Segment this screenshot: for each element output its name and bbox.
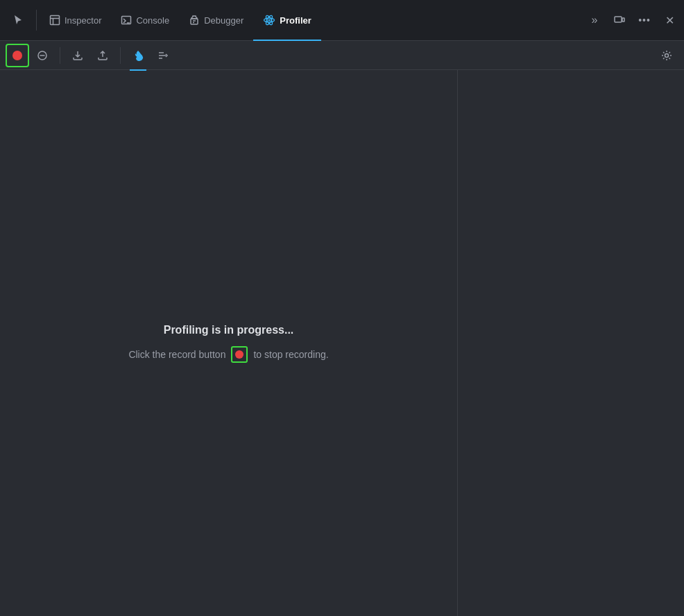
tab-debugger[interactable]: Debugger	[179, 0, 253, 41]
responsive-design-button[interactable]	[608, 8, 631, 32]
tab-profiler[interactable]: Profiler	[253, 0, 321, 41]
more-tabs-button[interactable]: »	[583, 8, 606, 32]
profiler-content-panel: Profiling is in progress... Click the re…	[0, 70, 458, 616]
cursor-tool[interactable]	[3, 15, 33, 26]
tab-inspector[interactable]: Inspector	[40, 0, 111, 41]
svg-rect-0	[51, 16, 60, 25]
right-panel	[458, 70, 684, 616]
export-button[interactable]	[91, 44, 114, 67]
import-button[interactable]	[66, 44, 89, 67]
tab-divider-1	[36, 10, 37, 31]
svg-rect-7	[615, 17, 622, 22]
tab-inspector-label: Inspector	[65, 15, 101, 26]
inline-record-button-icon	[231, 346, 248, 363]
tab-bar-actions: » ••• ✕	[583, 8, 681, 32]
debugger-icon	[189, 15, 200, 26]
main-area: Profiling is in progress... Click the re…	[0, 70, 684, 616]
profiling-subtitle-before: Click the record button	[128, 349, 225, 360]
tab-debugger-label: Debugger	[204, 15, 243, 26]
more-options-button[interactable]: •••	[633, 8, 656, 32]
record-button[interactable]	[6, 44, 29, 67]
ranked-view-button[interactable]	[151, 44, 175, 67]
profiling-message: Profiling is in progress... Click the re…	[114, 310, 342, 377]
toolbar-divider-1	[60, 47, 60, 64]
profiler-settings-button[interactable]	[655, 44, 678, 67]
close-devtools-button[interactable]: ✕	[658, 8, 681, 32]
profiling-subtitle-after: to stop recording.	[253, 349, 328, 360]
record-dot-icon	[12, 51, 22, 60]
tab-console-label: Console	[136, 15, 169, 26]
profiler-react-icon	[263, 14, 275, 26]
tab-profiler-label: Profiler	[280, 15, 311, 26]
clear-button[interactable]	[31, 44, 54, 67]
svg-point-10	[665, 53, 669, 57]
svg-rect-2	[191, 19, 198, 24]
tab-console[interactable]: Console	[111, 0, 179, 41]
svg-rect-8	[622, 18, 624, 22]
console-icon	[121, 15, 132, 26]
inspector-icon	[49, 15, 60, 26]
profiler-toolbar	[0, 41, 684, 70]
inline-record-dot	[235, 350, 243, 359]
toolbar-divider-2	[120, 47, 121, 64]
profiling-subtitle: Click the record button to stop recordin…	[128, 346, 328, 363]
profiling-title: Profiling is in progress...	[128, 324, 328, 336]
svg-point-3	[268, 19, 271, 22]
flamegraph-view-button[interactable]	[126, 44, 150, 67]
tab-bar: Inspector Console Debugger	[0, 0, 684, 41]
